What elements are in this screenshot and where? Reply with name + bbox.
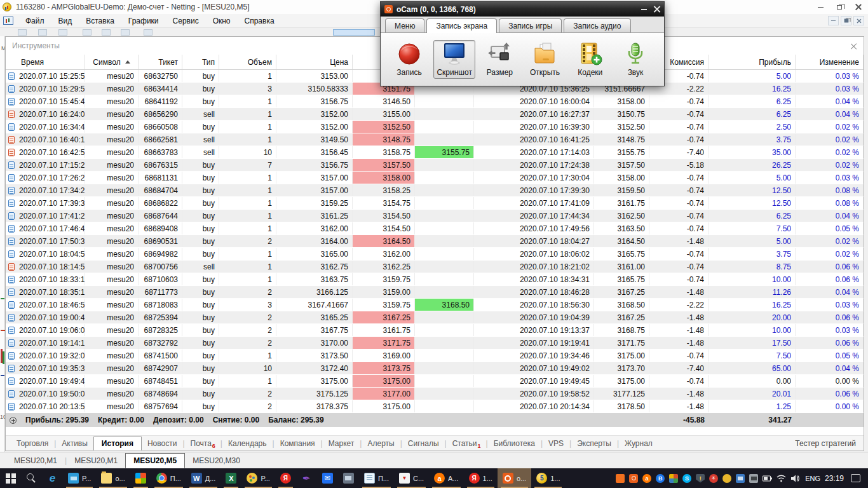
table-row[interactable]: 2020.07.10 17:41:25mesu2068687644buy1316…	[6, 210, 864, 222]
menu-item[interactable]: Файл	[18, 15, 51, 27]
tray-bluetooth-icon[interactable]	[656, 474, 665, 483]
column-header[interactable]: Символ	[85, 55, 139, 69]
tab-VPS[interactable]: VPS	[543, 437, 569, 450]
taskbar-paint-button[interactable]: Р...	[241, 468, 275, 488]
taskbar-folder-button[interactable]: о...	[96, 468, 130, 488]
ocam-minimize-icon[interactable]	[641, 9, 647, 10]
chart-tab-MESU20,M1[interactable]: MESU20,M1	[6, 454, 65, 468]
toolbar-button-fragment[interactable]	[121, 29, 130, 36]
taskbar-reader-button[interactable]: С...	[394, 468, 429, 488]
ocam-Размер-button[interactable]: Размер	[478, 41, 520, 78]
taskbar-yandex-button[interactable]: 1...	[464, 468, 498, 488]
taskbar-app-window-button[interactable]: Р...	[63, 468, 96, 488]
column-header[interactable]: Прибыль	[709, 55, 796, 69]
table-row[interactable]: 2020.07.10 17:26:25mesu2068681131buy1315…	[6, 172, 864, 184]
tray-app-icon[interactable]	[736, 474, 745, 483]
table-row[interactable]: 2020.07.10 19:35:39mesu2068742907buy1031…	[6, 362, 864, 375]
toolbar-button-fragment[interactable]	[18, 29, 27, 36]
close-button[interactable]	[849, 1, 868, 13]
taskbar-chrome-button[interactable]: П...	[151, 468, 186, 488]
tab-Сигналы[interactable]: Сигналы	[402, 437, 445, 450]
expand-icon[interactable]	[10, 417, 17, 424]
tab-История[interactable]: История	[93, 437, 142, 451]
table-row[interactable]: 2020.07.10 20:13:58mesu2068757694buy2317…	[6, 400, 864, 413]
taskbar-ocam-button[interactable]: о...	[498, 468, 531, 488]
table-row[interactable]: 2020.07.10 17:34:29mesu2068684704buy1315…	[6, 184, 864, 197]
tab-Журнал[interactable]: Журнал	[619, 437, 658, 450]
tray-monitor-icon[interactable]	[749, 474, 758, 483]
taskbar-word-button[interactable]: Д...	[186, 468, 221, 488]
table-row[interactable]: 2020.07.10 16:34:46mesu2068660508buy1315…	[6, 121, 864, 133]
tab-Почта[interactable]: Почта6	[185, 437, 220, 450]
table-row[interactable]: 2020.07.10 16:40:12mesu2068662581sell131…	[6, 133, 864, 146]
toolbar-button-fragment[interactable]	[144, 29, 153, 36]
language-indicator[interactable]: ENG	[805, 475, 820, 482]
taskbar-edge-button[interactable]	[42, 468, 63, 488]
ocam-Открыть-button[interactable]: Открыть	[524, 41, 566, 78]
tray-ocam-icon[interactable]	[629, 474, 638, 483]
taskbar-start-button[interactable]	[0, 468, 21, 488]
tab-Статьи[interactable]: Статьи1	[447, 437, 486, 450]
table-row[interactable]: 2020.07.10 16:24:04mesu2068656290sell131…	[6, 108, 864, 121]
chart-tab-MESU20,M5[interactable]: MESU20,M5	[125, 453, 185, 468]
wifi-icon[interactable]	[776, 475, 786, 482]
taskbar-search-button[interactable]	[21, 468, 42, 488]
taskbar-quill-button[interactable]	[296, 468, 317, 488]
toolbar-button-fragment[interactable]	[333, 29, 375, 36]
menu-item[interactable]: Графики	[121, 15, 166, 27]
table-row[interactable]: 2020.07.10 15:45:41mesu2068641192buy1315…	[6, 95, 864, 108]
menu-item[interactable]: Вид	[51, 15, 79, 27]
tab-Эксперты[interactable]: Эксперты	[571, 437, 617, 450]
tab-Алерты[interactable]: Алерты	[362, 437, 400, 450]
table-row[interactable]: 2020.07.10 17:46:45mesu2068689408buy1316…	[6, 222, 864, 235]
toolbar-button-fragment[interactable]	[58, 29, 67, 36]
taskbar-notepad-button[interactable]: П...	[359, 468, 394, 488]
tray-orange-icon[interactable]	[616, 474, 625, 483]
toolbar-button-fragment[interactable]	[102, 29, 111, 36]
tray-skype-icon[interactable]	[682, 474, 691, 483]
tab-Маркет[interactable]: Маркет	[323, 437, 360, 450]
menu-item[interactable]: Окно	[206, 15, 238, 27]
column-header[interactable]: Тип	[182, 55, 219, 69]
table-row[interactable]: 2020.07.10 19:00:44mesu2068725394buy2316…	[6, 311, 864, 324]
tray-palette-icon[interactable]	[722, 474, 731, 483]
taskbar-mt5-button[interactable]: 1...	[531, 468, 565, 488]
tray-avast-icon[interactable]	[642, 474, 651, 483]
table-row[interactable]: 2020.07.10 17:15:25mesu2068676315buy7315…	[6, 159, 864, 172]
column-header[interactable]: Объем	[219, 55, 276, 69]
table-row[interactable]: 2020.07.10 19:32:05mesu2068741500buy1317…	[6, 349, 864, 362]
column-header[interactable]: Цена	[276, 55, 353, 69]
table-row[interactable]: 2020.07.10 17:39:38mesu2068686822buy1315…	[6, 197, 864, 210]
ocam-Запись-button[interactable]: Запись	[388, 41, 430, 78]
tray-color-icon[interactable]	[669, 474, 678, 483]
taskbar-yandex-button[interactable]	[275, 468, 296, 488]
ocam-tab-Запись экрана[interactable]: Запись экрана	[426, 18, 497, 33]
menu-item[interactable]: Справка	[238, 15, 281, 27]
chart-tab-MESU20,M30[interactable]: MESU20,M30	[185, 454, 248, 468]
column-header[interactable]: Тикет	[139, 55, 182, 69]
tab-Библиотека[interactable]: Библиотека	[488, 437, 541, 450]
menu-item[interactable]: Сервис	[166, 15, 206, 27]
table-row[interactable]: 2020.07.10 18:04:54mesu2068694982buy1316…	[6, 248, 864, 261]
strategy-tester-link[interactable]: Тестер стратегий	[795, 439, 864, 448]
ocam-tab-Меню[interactable]: Меню	[385, 18, 424, 32]
tray-defender-icon[interactable]	[696, 474, 705, 483]
toolbar-button-fragment[interactable]	[83, 29, 92, 36]
tab-Календарь[interactable]: Календарь	[222, 437, 273, 450]
taskbar-avast-button[interactable]: А...	[429, 468, 464, 488]
tray-red-icon[interactable]	[709, 474, 718, 483]
table-row[interactable]: 2020.07.10 16:42:58mesu2068663783sell103…	[6, 146, 864, 159]
table-row[interactable]: 2020.07.10 19:14:18mesu2068732792buy2317…	[6, 337, 864, 349]
table-row[interactable]: 2020.07.10 19:49:41mesu2068748451buy1317…	[6, 375, 864, 388]
chart-tab-MESU20,M1[interactable]: MESU20,M1	[67, 454, 125, 468]
ocam-close-icon[interactable]	[653, 6, 660, 13]
table-row[interactable]: 2020.07.10 18:14:55mesu2068700756sell131…	[6, 261, 864, 273]
tab-Торговля[interactable]: Торговля	[11, 437, 54, 450]
ocam-tab-Запись аудио[interactable]: Запись аудио	[564, 18, 630, 32]
action-center-icon[interactable]	[851, 474, 860, 482]
tab-Компания[interactable]: Компания	[275, 437, 321, 450]
mdi-restore-button[interactable]	[841, 16, 851, 25]
table-row[interactable]: 2020.07.10 19:50:02mesu2068748694buy2317…	[6, 388, 864, 400]
volume-icon[interactable]	[790, 475, 801, 482]
menu-item[interactable]: Вставка	[79, 15, 121, 27]
